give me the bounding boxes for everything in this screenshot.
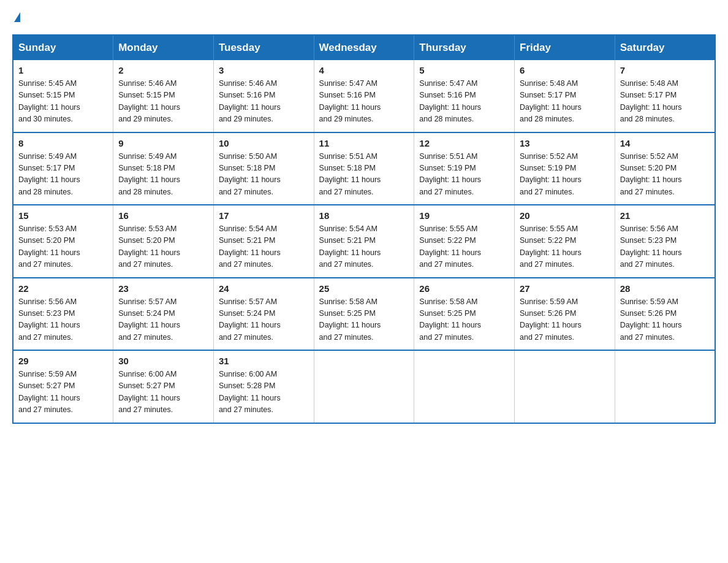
calendar-week-row: 29 Sunrise: 5:59 AMSunset: 5:27 PMDaylig… <box>13 350 715 423</box>
calendar-cell: 5 Sunrise: 5:47 AMSunset: 5:16 PMDayligh… <box>414 60 515 132</box>
calendar-cell: 28 Sunrise: 5:59 AMSunset: 5:26 PMDaylig… <box>615 278 715 351</box>
day-info: Sunrise: 5:58 AMSunset: 5:25 PMDaylight:… <box>419 297 481 342</box>
calendar-table: SundayMondayTuesdayWednesdayThursdayFrid… <box>12 34 716 424</box>
day-info: Sunrise: 5:46 AMSunset: 5:16 PMDaylight:… <box>219 79 281 123</box>
day-number: 23 <box>118 283 208 294</box>
calendar-cell: 18 Sunrise: 5:54 AMSunset: 5:21 PMDaylig… <box>314 205 414 278</box>
calendar-cell: 4 Sunrise: 5:47 AMSunset: 5:16 PMDayligh… <box>314 60 414 132</box>
day-info: Sunrise: 5:55 AMSunset: 5:22 PMDaylight:… <box>419 224 481 269</box>
day-info: Sunrise: 5:54 AMSunset: 5:21 PMDaylight:… <box>219 224 281 269</box>
day-info: Sunrise: 5:57 AMSunset: 5:24 PMDaylight:… <box>118 297 180 342</box>
day-number: 20 <box>520 210 610 221</box>
day-number: 14 <box>620 138 710 148</box>
calendar-cell <box>615 350 715 423</box>
day-number: 13 <box>520 138 610 148</box>
calendar-cell: 25 Sunrise: 5:58 AMSunset: 5:25 PMDaylig… <box>314 278 414 351</box>
day-info: Sunrise: 5:55 AMSunset: 5:22 PMDaylight:… <box>520 224 582 269</box>
day-number: 28 <box>620 283 710 294</box>
calendar-cell: 29 Sunrise: 5:59 AMSunset: 5:27 PMDaylig… <box>13 350 113 423</box>
calendar-cell: 15 Sunrise: 5:53 AMSunset: 5:20 PMDaylig… <box>13 205 113 278</box>
calendar-cell <box>515 350 615 423</box>
calendar-cell: 31 Sunrise: 6:00 AMSunset: 5:28 PMDaylig… <box>213 350 314 423</box>
day-info: Sunrise: 5:56 AMSunset: 5:23 PMDaylight:… <box>620 224 682 269</box>
calendar-cell: 16 Sunrise: 5:53 AMSunset: 5:20 PMDaylig… <box>113 205 214 278</box>
day-info: Sunrise: 5:52 AMSunset: 5:20 PMDaylight:… <box>620 152 682 196</box>
day-info: Sunrise: 5:50 AMSunset: 5:18 PMDaylight:… <box>219 152 281 196</box>
weekday-header-monday: Monday <box>113 35 214 60</box>
calendar-cell: 13 Sunrise: 5:52 AMSunset: 5:19 PMDaylig… <box>515 132 615 205</box>
calendar-cell: 7 Sunrise: 5:48 AMSunset: 5:17 PMDayligh… <box>615 60 715 132</box>
day-number: 3 <box>219 65 309 75</box>
logo <box>12 12 20 22</box>
calendar-cell: 2 Sunrise: 5:46 AMSunset: 5:15 PMDayligh… <box>113 60 214 132</box>
day-info: Sunrise: 5:58 AMSunset: 5:25 PMDaylight:… <box>319 297 381 342</box>
calendar-week-row: 15 Sunrise: 5:53 AMSunset: 5:20 PMDaylig… <box>13 205 715 278</box>
logo-triangle-icon <box>14 12 20 22</box>
day-number: 16 <box>118 210 208 221</box>
day-number: 5 <box>419 65 509 75</box>
calendar-cell: 9 Sunrise: 5:49 AMSunset: 5:18 PMDayligh… <box>113 132 214 205</box>
day-number: 19 <box>419 210 509 221</box>
day-number: 17 <box>219 210 309 221</box>
day-info: Sunrise: 5:53 AMSunset: 5:20 PMDaylight:… <box>18 224 80 269</box>
day-number: 18 <box>319 210 409 221</box>
day-number: 30 <box>118 356 208 366</box>
calendar-cell: 21 Sunrise: 5:56 AMSunset: 5:23 PMDaylig… <box>615 205 715 278</box>
calendar-cell: 11 Sunrise: 5:51 AMSunset: 5:18 PMDaylig… <box>314 132 414 205</box>
day-number: 2 <box>118 65 208 75</box>
weekday-header-saturday: Saturday <box>615 35 715 60</box>
day-number: 27 <box>520 283 610 294</box>
day-info: Sunrise: 5:51 AMSunset: 5:18 PMDaylight:… <box>319 152 381 196</box>
day-number: 22 <box>18 283 108 294</box>
day-info: Sunrise: 5:53 AMSunset: 5:20 PMDaylight:… <box>118 224 180 269</box>
calendar-cell: 20 Sunrise: 5:55 AMSunset: 5:22 PMDaylig… <box>515 205 615 278</box>
weekday-header-sunday: Sunday <box>13 35 113 60</box>
day-number: 7 <box>620 65 710 75</box>
day-info: Sunrise: 6:00 AMSunset: 5:27 PMDaylight:… <box>118 370 180 414</box>
day-number: 21 <box>620 210 710 221</box>
day-number: 11 <box>319 138 409 148</box>
calendar-cell <box>314 350 414 423</box>
calendar-cell <box>414 350 515 423</box>
day-info: Sunrise: 5:57 AMSunset: 5:24 PMDaylight:… <box>219 297 281 342</box>
calendar-cell: 12 Sunrise: 5:51 AMSunset: 5:19 PMDaylig… <box>414 132 515 205</box>
day-number: 1 <box>18 65 108 75</box>
calendar-cell: 3 Sunrise: 5:46 AMSunset: 5:16 PMDayligh… <box>213 60 314 132</box>
day-number: 8 <box>18 138 108 148</box>
page-header <box>12 12 716 22</box>
day-info: Sunrise: 5:47 AMSunset: 5:16 PMDaylight:… <box>319 79 381 123</box>
calendar-week-row: 1 Sunrise: 5:45 AMSunset: 5:15 PMDayligh… <box>13 60 715 132</box>
day-info: Sunrise: 5:48 AMSunset: 5:17 PMDaylight:… <box>620 79 682 123</box>
weekday-header-friday: Friday <box>515 35 615 60</box>
day-info: Sunrise: 5:47 AMSunset: 5:16 PMDaylight:… <box>419 79 481 123</box>
day-number: 9 <box>118 138 208 148</box>
day-info: Sunrise: 5:52 AMSunset: 5:19 PMDaylight:… <box>520 152 582 196</box>
day-number: 15 <box>18 210 108 221</box>
calendar-cell: 22 Sunrise: 5:56 AMSunset: 5:23 PMDaylig… <box>13 278 113 351</box>
day-info: Sunrise: 5:49 AMSunset: 5:18 PMDaylight:… <box>118 152 180 196</box>
day-number: 26 <box>419 283 509 294</box>
calendar-cell: 30 Sunrise: 6:00 AMSunset: 5:27 PMDaylig… <box>113 350 214 423</box>
day-info: Sunrise: 5:59 AMSunset: 5:27 PMDaylight:… <box>18 370 80 414</box>
day-number: 31 <box>219 356 309 366</box>
calendar-cell: 19 Sunrise: 5:55 AMSunset: 5:22 PMDaylig… <box>414 205 515 278</box>
day-info: Sunrise: 5:59 AMSunset: 5:26 PMDaylight:… <box>620 297 682 342</box>
day-info: Sunrise: 5:49 AMSunset: 5:17 PMDaylight:… <box>18 152 80 196</box>
calendar-cell: 10 Sunrise: 5:50 AMSunset: 5:18 PMDaylig… <box>213 132 314 205</box>
day-info: Sunrise: 5:56 AMSunset: 5:23 PMDaylight:… <box>18 297 80 342</box>
day-number: 24 <box>219 283 309 294</box>
calendar-cell: 27 Sunrise: 5:59 AMSunset: 5:26 PMDaylig… <box>515 278 615 351</box>
day-info: Sunrise: 5:45 AMSunset: 5:15 PMDaylight:… <box>18 79 80 123</box>
day-info: Sunrise: 5:54 AMSunset: 5:21 PMDaylight:… <box>319 224 381 269</box>
calendar-cell: 1 Sunrise: 5:45 AMSunset: 5:15 PMDayligh… <box>13 60 113 132</box>
calendar-cell: 8 Sunrise: 5:49 AMSunset: 5:17 PMDayligh… <box>13 132 113 205</box>
day-number: 29 <box>18 356 108 366</box>
calendar-cell: 23 Sunrise: 5:57 AMSunset: 5:24 PMDaylig… <box>113 278 214 351</box>
day-number: 4 <box>319 65 409 75</box>
calendar-week-row: 8 Sunrise: 5:49 AMSunset: 5:17 PMDayligh… <box>13 132 715 205</box>
calendar-cell: 6 Sunrise: 5:48 AMSunset: 5:17 PMDayligh… <box>515 60 615 132</box>
weekday-header-thursday: Thursday <box>414 35 515 60</box>
weekday-header-tuesday: Tuesday <box>213 35 314 60</box>
day-info: Sunrise: 6:00 AMSunset: 5:28 PMDaylight:… <box>219 370 281 414</box>
day-number: 6 <box>520 65 610 75</box>
